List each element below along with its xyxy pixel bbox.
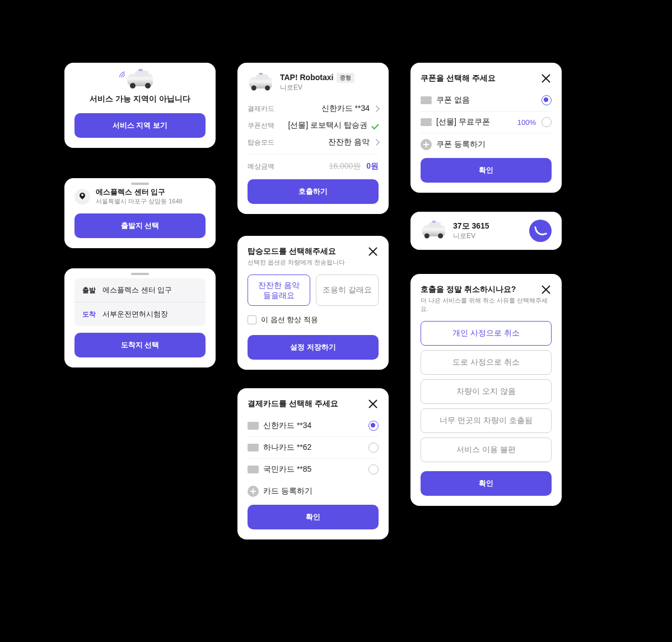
pay-card-card: 결제카드를 선택해 주세요 신한카드 **34 하나카드 **62 국민카드 *…	[237, 388, 389, 539]
close-icon[interactable]	[367, 246, 379, 257]
coupon-gift-label: [선물] 무료쿠폰	[436, 117, 490, 127]
booking-card: TAP! Robotaxi중형 니로EV 결제카드 신한카드 **34 쿠폰선택…	[237, 63, 389, 214]
close-icon[interactable]	[540, 73, 552, 84]
card-row[interactable]: 국민카드 **85	[248, 459, 379, 480]
close-icon[interactable]	[367, 398, 379, 410]
car-wifi-icon	[127, 74, 153, 86]
coupon-value: [선물] 로보택시 탑승권	[288, 120, 367, 131]
close-icon[interactable]	[540, 284, 552, 295]
estimate-label: 예상금액	[248, 162, 274, 171]
ticket-icon	[421, 118, 432, 126]
phone-icon	[536, 226, 545, 235]
view-service-area-button[interactable]: 서비스 지역 보기	[74, 113, 206, 138]
ride-mode-option-quiet[interactable]: 조용히 갈래요	[316, 275, 379, 306]
mode-label: 탑승모드	[248, 138, 274, 147]
call-driver-button[interactable]	[529, 220, 552, 242]
coupon-none-radio[interactable]	[542, 95, 552, 105]
vehicle-model: 니로EV	[453, 231, 489, 241]
vehicle-strip-card: 37모 3615 니로EV	[410, 212, 562, 250]
select-depart-button[interactable]: 출발지 선택	[74, 213, 206, 238]
estimate-original: 16,000원	[329, 161, 361, 170]
depart-pick-card: 에스플렉스 센터 입구 서울특별시 마포구 상암동 1648 출발지 선택	[64, 178, 216, 248]
always-apply-checkbox[interactable]	[248, 315, 256, 324]
ride-mode-subtitle: 선택한 옵션은 차량에게 전송됩니다	[248, 258, 379, 267]
register-coupon-label: 쿠폰 등록하기	[436, 139, 486, 150]
call-button[interactable]: 호출하기	[248, 179, 379, 204]
card-row[interactable]: 하나카드 **62	[248, 437, 379, 459]
register-card-row[interactable]: 카드 등록하기	[248, 480, 379, 505]
depart-input[interactable]: 출발 에스플렉스 센터 입구	[74, 278, 206, 302]
estimate-row: 예상금액 16,000원 0원	[248, 155, 379, 179]
card-icon	[248, 444, 259, 452]
arrive-input[interactable]: 도착 서부운전면허시험장	[74, 302, 206, 326]
place-address: 서울특별시 마포구 상암동 1648	[96, 197, 183, 206]
drag-handle-icon[interactable]	[131, 273, 149, 275]
cancel-reason-option[interactable]: 도로 사정으로 취소	[421, 350, 552, 375]
car-icon	[249, 77, 272, 89]
save-settings-button[interactable]: 설정 저장하기	[248, 335, 379, 360]
pay-card-title: 결제카드를 선택해 주세요	[248, 399, 338, 409]
car-icon	[422, 225, 445, 236]
coupon-title: 쿠폰을 선택해 주세요	[421, 73, 496, 83]
coupon-gift-row[interactable]: [선물] 무료쿠폰 100%	[421, 111, 552, 133]
arrive-label: 도착	[82, 310, 96, 319]
select-arrive-button[interactable]: 도착지 선택	[74, 333, 206, 357]
card-radio[interactable]	[368, 464, 379, 474]
cancel-card: 호출을 정말 취소하시나요? 더 나은 서비스를 위해 취소 사유를 선택해주세…	[410, 274, 562, 506]
arrive-value: 서부운전면허시험장	[102, 309, 168, 319]
place-name: 에스플렉스 센터 입구	[96, 187, 183, 197]
cancel-title: 호출을 정말 취소하시나요?	[421, 285, 516, 295]
cancel-reason-option[interactable]: 너무 먼곳의 차량이 호출됨	[421, 408, 552, 433]
vehicle-badge: 중형	[337, 73, 354, 83]
vehicle-model: 니로EV	[280, 83, 354, 92]
card-icon	[248, 422, 259, 430]
confirm-cancel-button[interactable]: 확인	[421, 471, 552, 496]
cancel-subtitle: 더 나은 서비스를 위해 취소 사유를 선택해주세요.	[421, 296, 552, 313]
cancel-reason-option[interactable]: 개인 사정으로 취소	[421, 321, 552, 346]
ticket-icon	[421, 96, 432, 104]
service-area-title: 서비스 가능 지역이 아닙니다	[74, 94, 206, 104]
depart-value: 에스플렉스 센터 입구	[102, 285, 172, 295]
card-radio[interactable]	[368, 421, 379, 431]
route-card: 출발 에스플렉스 센터 입구 도착 서부운전면허시험장 도착지 선택	[64, 268, 216, 367]
ride-mode-option-music[interactable]: 잔잔한 음악 들을래요	[248, 275, 310, 306]
card-label: 하나카드 **62	[263, 443, 311, 453]
check-icon	[371, 122, 379, 129]
card-label: 신한카드 **34	[263, 421, 311, 431]
card-label: 국민카드 **85	[263, 464, 311, 474]
card-radio[interactable]	[368, 443, 379, 453]
confirm-button[interactable]: 확인	[248, 505, 379, 529]
plus-icon	[248, 486, 259, 497]
payment-row[interactable]: 결제카드 신한카드 **34	[248, 100, 379, 117]
location-pin-icon	[74, 189, 90, 204]
depart-label: 출발	[82, 286, 96, 295]
payment-value: 신한카드 **34	[321, 104, 370, 114]
ride-mode-title: 탑승모드를 선택해주세요	[248, 246, 336, 257]
coupon-none-row[interactable]: 쿠폰 없음	[421, 90, 552, 111]
cancel-reason-option[interactable]: 서비스 이용 불편	[421, 438, 552, 462]
register-coupon-row[interactable]: 쿠폰 등록하기	[421, 133, 552, 158]
vehicle-plate: 37모 3615	[453, 221, 489, 231]
confirm-button[interactable]: 확인	[421, 158, 552, 183]
ride-mode-card: 탑승모드를 선택해주세요 선택한 옵션은 차량에게 전송됩니다 잔잔한 음악 들…	[237, 236, 389, 370]
drag-handle-icon[interactable]	[131, 183, 149, 185]
card-row[interactable]: 신한카드 **34	[248, 415, 379, 437]
coupon-gift-radio[interactable]	[542, 117, 552, 127]
coupon-gift-value: 100%	[517, 118, 536, 127]
coupon-row[interactable]: 쿠폰선택 [선물] 로보택시 탑승권	[248, 117, 379, 134]
coupon-label-text: 쿠폰선택	[248, 121, 274, 131]
card-icon	[248, 466, 259, 473]
vehicle-name: TAP! Robotaxi중형	[280, 73, 354, 83]
coupon-none-label: 쿠폰 없음	[436, 95, 470, 105]
coupon-card: 쿠폰을 선택해 주세요 쿠폰 없음 [선물] 무료쿠폰 100% 쿠폰 등록하기…	[410, 63, 562, 193]
chevron-right-icon	[373, 106, 379, 112]
mode-value: 잔잔한 음악	[328, 137, 370, 147]
cancel-reason-option[interactable]: 차량이 오지 않음	[421, 379, 552, 404]
always-apply-label: 이 옵션 항상 적용	[261, 315, 318, 325]
estimate-final: 0원	[366, 161, 379, 170]
plus-icon	[421, 139, 432, 150]
chevron-right-icon	[373, 139, 379, 146]
payment-label: 결제카드	[248, 104, 274, 114]
mode-row[interactable]: 탑승모드 잔잔한 음악	[248, 134, 379, 155]
service-area-card: 서비스 가능 지역이 아닙니다 서비스 지역 보기	[64, 63, 216, 148]
